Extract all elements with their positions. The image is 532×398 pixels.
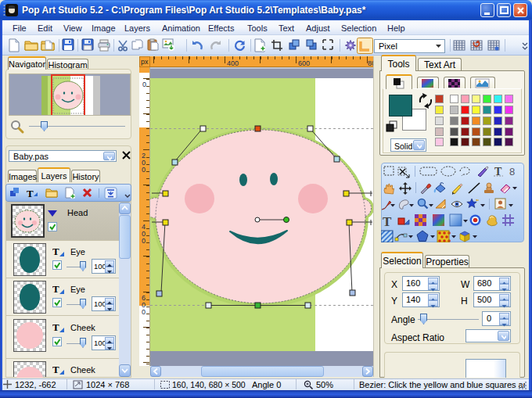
svg-text:T: T [52, 283, 59, 295]
svg-text:800: 800 [368, 59, 373, 67]
svg-text:0: 0 [142, 308, 146, 316]
svg-text:T: T [52, 364, 59, 375]
svg-text:T: T [27, 188, 34, 199]
svg-text:T: T [494, 166, 502, 177]
svg-text:8: 8 [142, 365, 146, 366]
svg-text:600: 600 [298, 59, 310, 67]
svg-text:T: T [52, 321, 59, 333]
svg-text:0: 0 [142, 166, 146, 174]
svg-text:Pixel: Pixel [379, 41, 397, 51]
svg-text:0: 0 [142, 81, 146, 88]
svg-text:T: T [52, 246, 59, 257]
svg-text:8: 8 [509, 166, 515, 177]
svg-text:0: 0 [142, 237, 146, 245]
svg-text:400: 400 [227, 59, 239, 67]
svg-text:T: T [383, 214, 392, 229]
